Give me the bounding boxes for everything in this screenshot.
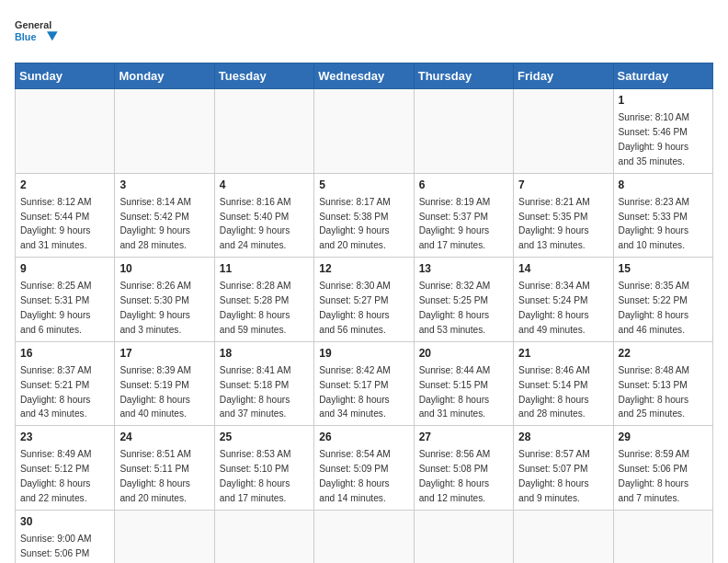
calendar-cell: 29Sunrise: 8:59 AMSunset: 5:06 PMDayligh… bbox=[613, 426, 712, 511]
calendar-cell: 7Sunrise: 8:21 AMSunset: 5:35 PMDaylight… bbox=[514, 173, 613, 258]
calendar-cell: 3Sunrise: 8:14 AMSunset: 5:42 PMDaylight… bbox=[115, 173, 214, 258]
calendar-week-1: 1Sunrise: 8:10 AMSunset: 5:46 PMDaylight… bbox=[16, 89, 713, 174]
day-number: 6 bbox=[419, 178, 508, 193]
day-info: Sunrise: 8:35 AMSunset: 5:22 PMDaylight:… bbox=[619, 281, 690, 334]
calendar-cell: 28Sunrise: 8:57 AMSunset: 5:07 PMDayligh… bbox=[514, 426, 613, 511]
weekday-header-monday: Monday bbox=[115, 63, 214, 89]
calendar-cell bbox=[115, 89, 214, 174]
calendar-cell bbox=[514, 510, 613, 563]
calendar-cell: 25Sunrise: 8:53 AMSunset: 5:10 PMDayligh… bbox=[214, 426, 313, 511]
calendar-cell: 9Sunrise: 8:25 AMSunset: 5:31 PMDaylight… bbox=[16, 258, 115, 342]
day-info: Sunrise: 8:39 AMSunset: 5:19 PMDaylight:… bbox=[119, 365, 191, 419]
calendar-cell: 24Sunrise: 8:51 AMSunset: 5:11 PMDayligh… bbox=[115, 426, 214, 511]
day-number: 10 bbox=[119, 261, 209, 277]
day-info: Sunrise: 8:37 AMSunset: 5:21 PMDaylight:… bbox=[20, 365, 92, 419]
calendar-cell: 23Sunrise: 8:49 AMSunset: 5:12 PMDayligh… bbox=[16, 426, 115, 511]
calendar-week-2: 2Sunrise: 8:12 AMSunset: 5:44 PMDaylight… bbox=[16, 173, 713, 258]
weekday-header-saturday: Saturday bbox=[613, 63, 712, 89]
day-info: Sunrise: 8:25 AMSunset: 5:31 PMDaylight:… bbox=[20, 281, 92, 334]
calendar-cell bbox=[314, 89, 414, 174]
day-info: Sunrise: 8:53 AMSunset: 5:10 PMDaylight:… bbox=[220, 449, 291, 502]
logo: General Blue bbox=[15, 15, 61, 52]
calendar-cell: 17Sunrise: 8:39 AMSunset: 5:19 PMDayligh… bbox=[115, 341, 214, 426]
calendar-week-4: 16Sunrise: 8:37 AMSunset: 5:21 PMDayligh… bbox=[16, 341, 713, 426]
day-info: Sunrise: 8:59 AMSunset: 5:06 PMDaylight:… bbox=[619, 449, 690, 502]
calendar-week-5: 23Sunrise: 8:49 AMSunset: 5:12 PMDayligh… bbox=[16, 426, 713, 511]
calendar-cell: 8Sunrise: 8:23 AMSunset: 5:33 PMDaylight… bbox=[613, 173, 712, 258]
day-info: Sunrise: 8:34 AMSunset: 5:24 PMDaylight:… bbox=[518, 281, 590, 334]
calendar-cell bbox=[613, 510, 712, 563]
calendar-table: SundayMondayTuesdayWednesdayThursdayFrid… bbox=[15, 63, 713, 563]
calendar-cell: 27Sunrise: 8:56 AMSunset: 5:08 PMDayligh… bbox=[414, 426, 513, 511]
day-info: Sunrise: 8:48 AMSunset: 5:13 PMDaylight:… bbox=[619, 365, 690, 419]
day-info: Sunrise: 8:26 AMSunset: 5:30 PMDaylight:… bbox=[119, 281, 191, 334]
calendar-cell: 1Sunrise: 8:10 AMSunset: 5:46 PMDaylight… bbox=[613, 89, 712, 174]
day-info: Sunrise: 8:30 AMSunset: 5:27 PMDaylight:… bbox=[319, 281, 391, 334]
day-info: Sunrise: 8:28 AMSunset: 5:28 PMDaylight:… bbox=[220, 281, 291, 334]
day-number: 1 bbox=[619, 93, 708, 109]
day-number: 28 bbox=[518, 430, 608, 445]
calendar-cell: 21Sunrise: 8:46 AMSunset: 5:14 PMDayligh… bbox=[514, 341, 613, 426]
svg-text:General: General bbox=[15, 19, 51, 30]
day-info: Sunrise: 8:54 AMSunset: 5:09 PMDaylight:… bbox=[319, 449, 391, 502]
calendar-cell bbox=[214, 510, 313, 563]
calendar-cell: 13Sunrise: 8:32 AMSunset: 5:25 PMDayligh… bbox=[414, 258, 513, 342]
day-info: Sunrise: 8:21 AMSunset: 5:35 PMDaylight:… bbox=[518, 197, 590, 250]
calendar-cell: 4Sunrise: 8:16 AMSunset: 5:40 PMDaylight… bbox=[214, 173, 313, 258]
svg-text:Blue: Blue bbox=[15, 31, 36, 42]
day-number: 27 bbox=[419, 430, 508, 445]
day-number: 18 bbox=[220, 346, 309, 362]
svg-marker-2 bbox=[47, 31, 58, 40]
calendar-cell: 14Sunrise: 8:34 AMSunset: 5:24 PMDayligh… bbox=[514, 258, 613, 342]
day-number: 26 bbox=[319, 430, 408, 445]
day-info: Sunrise: 8:16 AMSunset: 5:40 PMDaylight:… bbox=[220, 197, 291, 250]
day-number: 9 bbox=[20, 261, 109, 277]
day-info: Sunrise: 8:10 AMSunset: 5:46 PMDaylight:… bbox=[619, 112, 690, 166]
calendar-cell bbox=[414, 89, 513, 174]
calendar-cell bbox=[16, 89, 115, 174]
calendar-cell: 22Sunrise: 8:48 AMSunset: 5:13 PMDayligh… bbox=[613, 341, 712, 426]
day-info: Sunrise: 8:14 AMSunset: 5:42 PMDaylight:… bbox=[119, 197, 191, 250]
day-number: 21 bbox=[518, 346, 608, 362]
calendar-cell: 18Sunrise: 8:41 AMSunset: 5:18 PMDayligh… bbox=[214, 341, 313, 426]
day-number: 3 bbox=[119, 178, 209, 193]
day-number: 29 bbox=[619, 430, 708, 445]
day-number: 15 bbox=[619, 261, 708, 277]
day-info: Sunrise: 8:32 AMSunset: 5:25 PMDaylight:… bbox=[419, 281, 491, 334]
weekday-header-wednesday: Wednesday bbox=[314, 63, 414, 89]
calendar-cell: 10Sunrise: 8:26 AMSunset: 5:30 PMDayligh… bbox=[115, 258, 214, 342]
day-info: Sunrise: 8:23 AMSunset: 5:33 PMDaylight:… bbox=[619, 197, 690, 250]
day-number: 11 bbox=[220, 261, 309, 277]
weekday-header-friday: Friday bbox=[514, 63, 613, 89]
calendar-cell: 6Sunrise: 8:19 AMSunset: 5:37 PMDaylight… bbox=[414, 173, 513, 258]
day-number: 2 bbox=[20, 178, 109, 193]
day-number: 12 bbox=[319, 261, 408, 277]
calendar-cell: 19Sunrise: 8:42 AMSunset: 5:17 PMDayligh… bbox=[314, 341, 414, 426]
calendar-cell: 11Sunrise: 8:28 AMSunset: 5:28 PMDayligh… bbox=[214, 258, 313, 342]
day-number: 30 bbox=[20, 514, 109, 530]
calendar-cell: 12Sunrise: 8:30 AMSunset: 5:27 PMDayligh… bbox=[314, 258, 414, 342]
calendar-cell: 5Sunrise: 8:17 AMSunset: 5:38 PMDaylight… bbox=[314, 173, 414, 258]
day-info: Sunrise: 8:19 AMSunset: 5:37 PMDaylight:… bbox=[419, 197, 491, 250]
day-info: Sunrise: 9:00 AMSunset: 5:06 PMDaylight:… bbox=[20, 534, 92, 563]
weekday-header-sunday: Sunday bbox=[16, 63, 115, 89]
calendar-cell: 26Sunrise: 8:54 AMSunset: 5:09 PMDayligh… bbox=[314, 426, 414, 511]
calendar-cell: 2Sunrise: 8:12 AMSunset: 5:44 PMDaylight… bbox=[16, 173, 115, 258]
day-number: 17 bbox=[119, 346, 209, 362]
calendar-cell bbox=[115, 510, 214, 563]
calendar-week-3: 9Sunrise: 8:25 AMSunset: 5:31 PMDaylight… bbox=[16, 258, 713, 342]
day-number: 4 bbox=[220, 178, 309, 193]
day-info: Sunrise: 8:41 AMSunset: 5:18 PMDaylight:… bbox=[220, 365, 291, 419]
day-info: Sunrise: 8:51 AMSunset: 5:11 PMDaylight:… bbox=[119, 449, 191, 502]
day-number: 22 bbox=[619, 346, 708, 362]
day-number: 16 bbox=[20, 346, 109, 362]
day-info: Sunrise: 8:57 AMSunset: 5:07 PMDaylight:… bbox=[518, 449, 590, 502]
calendar-cell: 16Sunrise: 8:37 AMSunset: 5:21 PMDayligh… bbox=[16, 341, 115, 426]
weekday-header-tuesday: Tuesday bbox=[214, 63, 313, 89]
day-number: 14 bbox=[518, 261, 608, 277]
calendar-cell bbox=[514, 89, 613, 174]
day-info: Sunrise: 8:56 AMSunset: 5:08 PMDaylight:… bbox=[419, 449, 491, 502]
day-number: 5 bbox=[319, 178, 408, 193]
day-number: 20 bbox=[419, 346, 508, 362]
calendar-cell: 20Sunrise: 8:44 AMSunset: 5:15 PMDayligh… bbox=[414, 341, 513, 426]
